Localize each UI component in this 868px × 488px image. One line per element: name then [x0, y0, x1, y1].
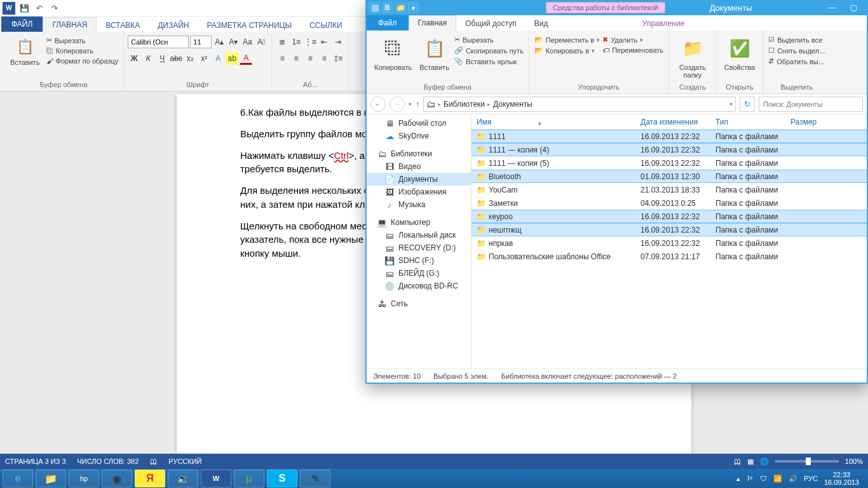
taskbar-audio-icon[interactable]: 🔉: [168, 470, 198, 487]
nav-pictures[interactable]: 🖼Изображения: [367, 186, 471, 198]
taskbar-utorrent-icon[interactable]: µ: [234, 470, 264, 487]
tab-references[interactable]: ССЫЛКИ: [301, 18, 351, 32]
minimize-button[interactable]: —: [821, 1, 843, 15]
breadcrumb-documents[interactable]: Документы: [493, 100, 532, 109]
nav-forward-button[interactable]: →: [390, 97, 405, 112]
ribbon-paste-button[interactable]: 📋Вставить: [417, 33, 452, 72]
explorer-tab-share[interactable]: Общий доступ: [456, 17, 526, 30]
nav-desktop[interactable]: 🖥Рабочий стол: [367, 117, 471, 130]
file-row[interactable]: 📁1111 — копия (5)16.09.2013 22:32Папка с…: [471, 156, 867, 170]
column-name[interactable]: Имя ▴: [471, 118, 635, 126]
view-print-icon[interactable]: ▦: [747, 458, 754, 466]
undo-icon[interactable]: ↶: [33, 2, 46, 15]
save-icon[interactable]: 💾: [18, 2, 31, 15]
properties-icon[interactable]: 🗎: [382, 2, 393, 13]
multilevel-icon[interactable]: ⋮≡: [304, 36, 316, 48]
taskbar-skype-icon[interactable]: S: [267, 470, 297, 487]
nav-sdhc[interactable]: 💾SDHC (F:): [367, 254, 471, 267]
properties-button[interactable]: ✅Свойства: [722, 33, 757, 72]
taskbar-ie-icon[interactable]: e: [3, 470, 33, 487]
page-indicator[interactable]: СТРАНИЦА 3 ИЗ 3: [5, 458, 66, 465]
tray-up-icon[interactable]: ▴: [736, 475, 740, 483]
explorer-tab-view[interactable]: Вид: [526, 17, 557, 30]
taskbar-explorer-icon[interactable]: 📁: [36, 470, 66, 487]
history-dropdown-icon[interactable]: ▾: [409, 101, 412, 107]
rename-button[interactable]: 🏷Переименовать: [602, 46, 663, 54]
font-size-input[interactable]: [190, 36, 212, 48]
tab-insert[interactable]: ВСТАВКА: [97, 18, 149, 32]
select-none-button[interactable]: ☐Снять выдел...: [768, 46, 825, 55]
library-tools-contextual-tab[interactable]: Средства работы с библиотекой: [546, 2, 665, 13]
file-row[interactable]: 📁Заметки04.09.2013 0:25Папка с файлами: [471, 196, 867, 210]
nav-local-c[interactable]: 🖴Локальный диск: [367, 229, 471, 241]
word-count[interactable]: ЧИСЛО СЛОВ: 382: [78, 458, 139, 465]
nav-video[interactable]: 🎞Видео: [367, 160, 471, 173]
taskbar-hp-icon[interactable]: hp: [69, 470, 99, 487]
tray-shield-icon[interactable]: 🛡: [760, 475, 767, 482]
ribbon-paste-shortcut-button[interactable]: 📎Вставить ярлык: [454, 57, 524, 65]
view-read-icon[interactable]: 🕮: [734, 458, 741, 465]
column-type[interactable]: Тип: [710, 118, 785, 126]
highlight-icon[interactable]: ab: [226, 52, 238, 65]
folder-icon[interactable]: 📁: [395, 2, 406, 13]
explorer-tab-manage[interactable]: Управление: [634, 17, 694, 30]
align-left-icon[interactable]: ≡: [276, 52, 288, 65]
breadcrumb-libraries[interactable]: Библиотеки: [444, 100, 485, 109]
delete-button[interactable]: ✖Удалить: [602, 36, 663, 44]
bullets-icon[interactable]: ≣: [276, 36, 288, 48]
shrink-font-icon[interactable]: A▾: [227, 36, 240, 48]
decrease-indent-icon[interactable]: ⇤: [318, 36, 330, 48]
align-center-icon[interactable]: ≡: [290, 52, 302, 65]
redo-icon[interactable]: ↷: [48, 2, 61, 15]
file-row[interactable]: 📁1111 — копия (4)16.09.2013 22:32Папка с…: [471, 143, 867, 156]
chevron-right-icon[interactable]: ▸: [438, 101, 441, 107]
view-web-icon[interactable]: 🌐: [760, 458, 769, 466]
numbering-icon[interactable]: 1≡: [290, 36, 302, 48]
tab-file[interactable]: ФАЙЛ: [1, 17, 43, 32]
font-color-icon[interactable]: A: [240, 52, 252, 65]
zoom-level[interactable]: 100%: [845, 458, 863, 465]
language-indicator[interactable]: РУССКИЙ: [168, 458, 201, 465]
ribbon-cut-button[interactable]: ✂Вырезать: [454, 36, 524, 44]
nav-network[interactable]: 🖧Сеть: [367, 297, 471, 310]
tray-flag-icon[interactable]: 🏳: [747, 475, 754, 482]
invert-selection-button[interactable]: ⇵Обратить вы...: [768, 57, 825, 65]
grow-font-icon[interactable]: A▴: [213, 36, 226, 48]
qat-dropdown-icon[interactable]: ▾: [407, 2, 419, 13]
ribbon-copy-button[interactable]: ⿻Копировать: [372, 33, 414, 72]
line-spacing-icon[interactable]: ‡≡: [332, 52, 344, 65]
select-all-button[interactable]: ☑Выделить все: [768, 36, 825, 44]
explorer-tab-file[interactable]: Файл: [367, 15, 409, 30]
chevron-right-icon[interactable]: ▸: [487, 101, 491, 107]
change-case-icon[interactable]: Aa: [241, 36, 254, 48]
nav-recovery[interactable]: 🖴RECOVERY (D:): [367, 241, 471, 254]
taskbar-word-icon[interactable]: W: [201, 470, 231, 487]
clear-formatting-icon[interactable]: A⃠: [255, 36, 268, 48]
italic-button[interactable]: К: [142, 52, 154, 65]
paste-button[interactable]: 📋 Вставить: [8, 36, 43, 67]
subscript-button[interactable]: x₂: [184, 52, 196, 65]
nav-computer[interactable]: 💻Компьютер: [367, 216, 471, 229]
tab-design[interactable]: ДИЗАЙН: [149, 18, 198, 32]
text-effects-icon[interactable]: A: [212, 52, 224, 65]
bold-button[interactable]: Ж: [128, 52, 140, 65]
file-row[interactable]: 📁Пользовательские шаблоны Office07.09.20…: [471, 250, 867, 263]
format-painter-button[interactable]: 🖌Формат по образцу: [45, 57, 120, 65]
copy-button[interactable]: ⿻Копировать: [45, 46, 120, 55]
file-row[interactable]: 📁Bluetooth01.09.2013 12:30Папка с файлам…: [471, 170, 867, 183]
file-row[interactable]: 📁YouCam21.03.2013 18:33Папка с файлами: [471, 183, 867, 196]
taskbar-chrome-icon[interactable]: ◉: [102, 470, 132, 487]
font-family-input[interactable]: [128, 36, 189, 48]
column-size[interactable]: Размер: [785, 118, 830, 126]
cut-button[interactable]: ✂Вырезать: [45, 36, 120, 45]
column-date[interactable]: Дата изменения: [635, 118, 710, 126]
spellcheck-icon[interactable]: 🕮: [150, 458, 157, 465]
zoom-slider[interactable]: [775, 460, 839, 463]
nav-music[interactable]: ♪Музыка: [367, 198, 471, 211]
file-row[interactable]: 📁111116.09.2013 22:32Папка с файлами: [471, 130, 867, 143]
tab-layout[interactable]: РАЗМЕТКА СТРАНИЦЫ: [198, 18, 301, 32]
tab-home[interactable]: ГЛАВНАЯ: [43, 17, 97, 32]
new-folder-button[interactable]: 📁Создать папку: [674, 33, 711, 80]
nav-libraries[interactable]: 🗂Библиотеки: [367, 147, 471, 160]
file-row[interactable]: 📁кеуроо16.09.2013 22:32Папка с файлами: [471, 210, 867, 223]
